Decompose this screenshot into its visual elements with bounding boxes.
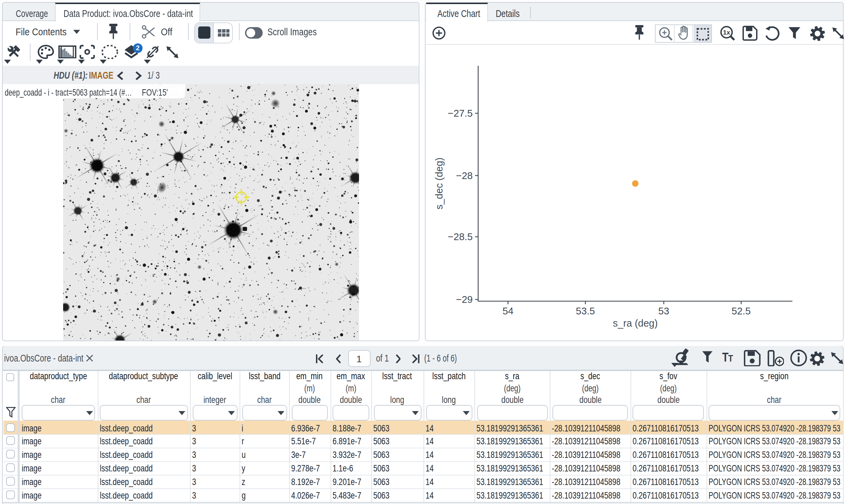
- svg-text:53: 53: [658, 306, 669, 317]
- svg-text:52.5: 52.5: [732, 306, 751, 317]
- svg-text:53.5: 53.5: [576, 306, 595, 317]
- svg-text:−27.5: −27.5: [448, 108, 473, 119]
- svg-text:1x: 1x: [723, 29, 730, 36]
- svg-text:s_dec (deg): s_dec (deg): [434, 157, 444, 209]
- svg-text:−29: −29: [456, 294, 473, 305]
- svg-text:s_ra (deg): s_ra (deg): [613, 318, 658, 329]
- svg-text:54: 54: [503, 306, 513, 317]
- svg-text:−28: −28: [456, 170, 473, 181]
- svg-text:−28.5: −28.5: [448, 231, 473, 242]
